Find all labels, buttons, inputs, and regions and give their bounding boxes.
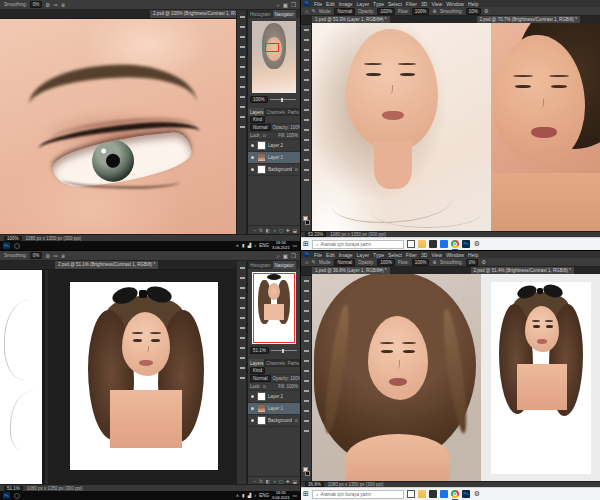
menu-image[interactable]: Image <box>339 1 353 7</box>
tab-layers[interactable]: Layers <box>248 108 264 116</box>
layer-thumbnail[interactable] <box>257 416 266 425</box>
menu-file[interactable]: File <box>314 252 322 258</box>
task-view-icon[interactable] <box>407 240 415 248</box>
opacity-value[interactable]: 100% <box>377 259 395 266</box>
menu-edit[interactable]: Edit <box>326 1 335 7</box>
smoothing-value[interactable]: 0% <box>466 259 479 266</box>
zoom-field[interactable]: 51.1% <box>4 486 23 491</box>
tool-icons[interactable] <box>304 280 309 440</box>
kind-filter[interactable]: Kind <box>250 367 265 374</box>
background-color-swatch[interactable] <box>305 220 310 225</box>
visibility-eye-icon[interactable] <box>251 407 254 410</box>
visibility-eye-icon[interactable] <box>251 168 254 171</box>
canvas-finished-painting[interactable] <box>312 274 481 482</box>
menu-filter[interactable]: Filter <box>406 1 417 7</box>
photoshop-taskbar-icon[interactable]: Ps <box>462 240 470 248</box>
navigator-viewbox[interactable] <box>253 273 295 343</box>
blend-mode-select[interactable]: Normal <box>250 124 271 131</box>
tab-paths[interactable]: Paths <box>286 108 300 116</box>
mode-value[interactable]: Normal <box>334 259 355 266</box>
menu-help[interactable]: Help <box>468 1 478 7</box>
tab-channels[interactable]: Channels <box>264 359 285 367</box>
visibility-eye-icon[interactable] <box>251 156 254 159</box>
fill-value[interactable]: Fill: 100% <box>278 133 298 138</box>
tab-histogram[interactable]: Histogram <box>248 261 273 269</box>
menu-3d[interactable]: 3D <box>421 1 427 7</box>
panel-toggle-icon[interactable]: ❒ <box>291 253 296 259</box>
store-icon[interactable] <box>429 240 437 248</box>
tray-up-icon[interactable]: ∧ <box>236 243 239 248</box>
airbrush-icon[interactable]: ※ <box>432 8 437 14</box>
layer-thumbnail[interactable] <box>257 165 266 174</box>
visibility-eye-icon[interactable] <box>251 144 254 147</box>
menu-view[interactable]: View <box>431 1 442 7</box>
photoshop-app-icon[interactable]: Ps <box>304 1 310 6</box>
chrome-icon[interactable] <box>451 490 459 498</box>
collapsed-panel-dock[interactable] <box>236 261 247 485</box>
navigator-viewbox[interactable] <box>265 43 279 52</box>
settings-icon[interactable]: ⚙ <box>473 240 481 248</box>
navigator-thumbnail[interactable] <box>252 21 296 93</box>
app-taskbar-icon[interactable] <box>14 493 20 499</box>
layer-thumbnail[interactable] <box>257 404 266 413</box>
task-view-icon[interactable] <box>407 490 415 498</box>
menu-layer[interactable]: Layer <box>357 1 370 7</box>
tab-layers[interactable]: Layers <box>248 359 264 367</box>
zoom-field[interactable]: 100% <box>4 236 22 241</box>
notification-icon[interactable]: ▭ <box>293 493 297 498</box>
file-explorer-icon[interactable] <box>418 240 426 248</box>
opacity-value[interactable]: Opacity: 100% <box>273 376 300 381</box>
smoothing-gear-icon[interactable]: ⚙ <box>45 2 50 8</box>
layer-thumbnail[interactable] <box>257 392 266 401</box>
smoothing-gear-icon[interactable]: ⚙ <box>481 259 486 265</box>
smoothing-value[interactable]: 0% <box>30 1 43 8</box>
panel-toggle-icon[interactable]: ❒ <box>291 2 296 8</box>
menu-window[interactable]: Window <box>446 252 464 258</box>
menu-select[interactable]: Select <box>388 1 402 7</box>
navigator-thumbnail[interactable] <box>252 272 296 344</box>
home-icon[interactable]: ⌂ <box>305 8 308 14</box>
notification-icon[interactable]: ▭ <box>293 243 297 248</box>
home-icon[interactable]: ⌂ <box>305 259 308 265</box>
photoshop-taskbar-icon[interactable]: Ps <box>3 242 10 249</box>
menu-type[interactable]: Type <box>373 1 384 7</box>
side-document-sketch[interactable] <box>0 270 45 485</box>
tab-channels[interactable]: Channels <box>264 108 285 116</box>
smoothing-value[interactable]: 10% <box>466 8 481 15</box>
brush-angle-icon[interactable]: ✑ <box>53 2 58 8</box>
network-icon[interactable]: ▟ <box>247 493 250 498</box>
layer-thumbnail[interactable] <box>257 153 266 162</box>
opacity-value[interactable]: 100% <box>377 8 395 15</box>
lock-icon[interactable]: ⊡ <box>263 133 266 139</box>
tray-up-icon[interactable]: ∧ <box>236 493 239 498</box>
lock-icon[interactable]: ⊡ <box>263 384 266 390</box>
airbrush-icon[interactable]: ※ <box>61 2 66 8</box>
collapsed-panel-dock[interactable] <box>236 10 247 234</box>
menu-image[interactable]: Image <box>339 252 353 258</box>
airbrush-icon[interactable]: ※ <box>61 253 66 259</box>
battery-icon[interactable]: ▮ <box>242 243 244 248</box>
opacity-value[interactable]: Opacity: 100% <box>273 125 300 130</box>
tools-panel[interactable] <box>301 276 312 482</box>
chrome-icon[interactable] <box>451 240 459 248</box>
menu-help[interactable]: Help <box>468 252 478 258</box>
workspace-icon[interactable]: ▣ <box>283 253 288 259</box>
sound-icon[interactable]: ♪ <box>254 243 256 248</box>
taskbar-search[interactable]: ⌕ Aramak için buraya yazın <box>312 490 404 499</box>
tab-paths[interactable]: Paths <box>286 359 300 367</box>
fill-value[interactable]: Fill: 100% <box>278 384 298 389</box>
layer-row-background[interactable]: Background ⊡ <box>248 415 300 427</box>
app-taskbar-icon[interactable] <box>14 243 20 249</box>
kind-filter[interactable]: Kind <box>250 116 265 123</box>
layer-row-layer2[interactable]: Layer 2 <box>248 391 300 403</box>
tab-histogram[interactable]: Histogram <box>248 10 273 18</box>
start-button[interactable]: ⊞ <box>303 490 309 498</box>
flow-value[interactable]: 100% <box>412 259 430 266</box>
smoothing-gear-icon[interactable]: ⚙ <box>484 8 489 14</box>
layer-row-layer2[interactable]: Layer 2 <box>248 140 300 152</box>
background-color-swatch[interactable] <box>305 471 310 476</box>
tools-panel[interactable] <box>301 25 312 231</box>
taskbar-search[interactable]: ⌕ Aramak için buraya yazın <box>312 240 404 249</box>
layer-row-layer1-selected[interactable]: Layer 1 <box>248 152 300 164</box>
menu-filter[interactable]: Filter <box>406 252 417 258</box>
